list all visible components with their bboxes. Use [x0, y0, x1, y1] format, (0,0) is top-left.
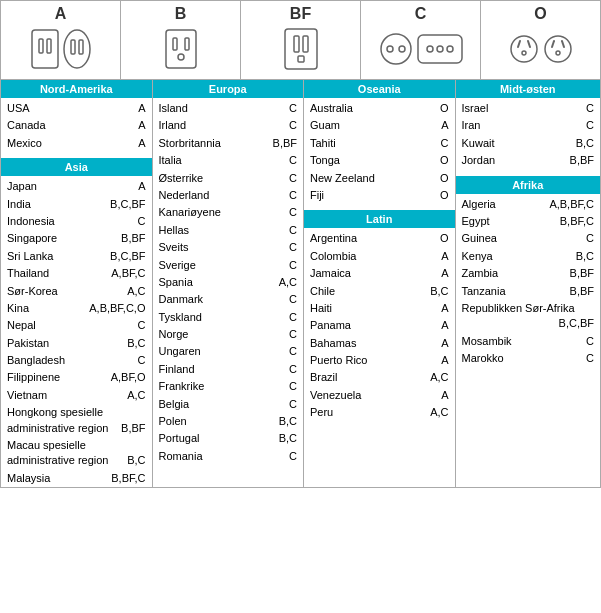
header-letter-c: C	[363, 5, 478, 23]
country-row: Guinea C	[456, 230, 601, 247]
country-row: Indonesia C	[1, 213, 152, 230]
country-row: Nepal C	[1, 317, 152, 334]
svg-rect-10	[285, 29, 317, 69]
country-row: USA A	[1, 100, 152, 117]
plug-b-icon	[165, 29, 197, 69]
region-header-oseania: Oseania	[304, 80, 455, 98]
country-row: Republikken Sør-Afrika B,C,BF	[456, 300, 601, 333]
svg-rect-6	[166, 30, 196, 68]
svg-rect-0	[32, 30, 58, 68]
svg-point-21	[511, 36, 537, 62]
country-row: New Zeeland O	[304, 170, 455, 187]
col-oseania-latin: Oseania Australia O Guam A Tahiti C Tong…	[304, 80, 456, 487]
plug-bf-icon	[284, 28, 318, 70]
country-row: Island C	[153, 100, 304, 117]
header-letter-o: O	[483, 5, 598, 23]
header-cell-a: A	[1, 1, 121, 79]
region-header-afrika: Afrika	[456, 176, 601, 194]
country-row: Mosambik C	[456, 333, 601, 350]
country-row: Argentina O	[304, 230, 455, 247]
country-row: Hongkong spesielle administrative region…	[1, 404, 152, 437]
country-row: Algeria A,B,BF,C	[456, 196, 601, 213]
main-content: Nord-Amerika USA A Canada A Mexico A Asi…	[0, 79, 601, 488]
region-header-latin: Latin	[304, 210, 455, 228]
header-cell-o: O	[481, 1, 600, 79]
country-row: Guam A	[304, 117, 455, 134]
country-row: Sverige C	[153, 257, 304, 274]
country-row: Kuwait B,C	[456, 135, 601, 152]
country-row: Japan A	[1, 178, 152, 195]
region-header-europa: Europa	[153, 80, 304, 98]
plug-a2-icon	[63, 29, 91, 69]
country-row: Jordan B,BF	[456, 152, 601, 169]
col-europa: Europa Island C Irland C Storbritannia B…	[153, 80, 305, 487]
country-row: Kina A,B,BF,C,O	[1, 300, 152, 317]
header-letter-a: A	[3, 5, 118, 23]
country-row: Zambia B,BF	[456, 265, 601, 282]
country-row: Nederland C	[153, 187, 304, 204]
country-row: Ungaren C	[153, 343, 304, 360]
country-row: Filippinene A,BF,O	[1, 369, 152, 386]
plug-icons-b	[123, 23, 238, 75]
region-header-asia: Asia	[1, 158, 152, 176]
country-row: Iran C	[456, 117, 601, 134]
country-row: Romania C	[153, 448, 304, 465]
country-row: Panama A	[304, 317, 455, 334]
country-row: Marokko C	[456, 350, 601, 367]
header-cell-bf: BF	[241, 1, 361, 79]
country-row: Kenya B,C	[456, 248, 601, 265]
plug-c2-icon	[417, 34, 463, 64]
country-row: Chile B,C	[304, 283, 455, 300]
country-row: Haiti A	[304, 300, 455, 317]
col-nord-amerika-asia: Nord-Amerika USA A Canada A Mexico A Asi…	[1, 80, 153, 487]
country-row: Tanzania B,BF	[456, 283, 601, 300]
plug-icons-c	[363, 23, 478, 75]
country-row: Egypt B,BF,C	[456, 213, 601, 230]
plug-o1-icon	[509, 31, 539, 67]
header-cell-c: C	[361, 1, 481, 79]
country-row: Irland C	[153, 117, 304, 134]
plug-a1-icon	[31, 29, 59, 69]
country-row: Jamaica A	[304, 265, 455, 282]
country-row: Østerrike C	[153, 170, 304, 187]
country-row: Canada A	[1, 117, 152, 134]
country-row: Hellas C	[153, 222, 304, 239]
country-row: Polen B,C	[153, 413, 304, 430]
country-row: Thailand A,BF,C	[1, 265, 152, 282]
country-row: Belgia C	[153, 396, 304, 413]
header-letter-bf: BF	[243, 5, 358, 23]
svg-rect-17	[418, 35, 462, 63]
header-cell-b: B	[121, 1, 241, 79]
country-row: Sveits C	[153, 239, 304, 256]
country-row: Spania A,C	[153, 274, 304, 291]
plug-icons-o	[483, 23, 598, 75]
country-row: Puerto Rico A	[304, 352, 455, 369]
country-row: Bangladesh C	[1, 352, 152, 369]
plug-icons-a	[3, 23, 118, 75]
plug-o2-icon	[543, 31, 573, 67]
country-row: Tonga O	[304, 152, 455, 169]
country-row: Pakistan B,C	[1, 335, 152, 352]
col-midtosten-afrika: Midt-østen Israel C Iran C Kuwait B,C Jo…	[456, 80, 601, 487]
plug-c1-icon	[379, 32, 413, 66]
country-row: Finland C	[153, 361, 304, 378]
country-row: Singapore B,BF	[1, 230, 152, 247]
country-row: Italia C	[153, 152, 304, 169]
svg-point-3	[64, 30, 90, 68]
country-row: Macau spesielle administrative region B,…	[1, 437, 152, 470]
country-row: Fiji O	[304, 187, 455, 204]
country-row: Venezuela A	[304, 387, 455, 404]
country-row: Storbritannia B,BF	[153, 135, 304, 152]
header-letter-b: B	[123, 5, 238, 23]
country-row: Portugal B,C	[153, 430, 304, 447]
country-row: India B,C,BF	[1, 196, 152, 213]
svg-point-25	[545, 36, 571, 62]
country-row: Colombia A	[304, 248, 455, 265]
country-row: Bahamas A	[304, 335, 455, 352]
country-row: Kanariøyene C	[153, 204, 304, 221]
plug-icons-bf	[243, 23, 358, 75]
country-row: Mexico A	[1, 135, 152, 152]
country-row: Norge C	[153, 326, 304, 343]
country-row: Frankrike C	[153, 378, 304, 395]
country-row: Tahiti C	[304, 135, 455, 152]
